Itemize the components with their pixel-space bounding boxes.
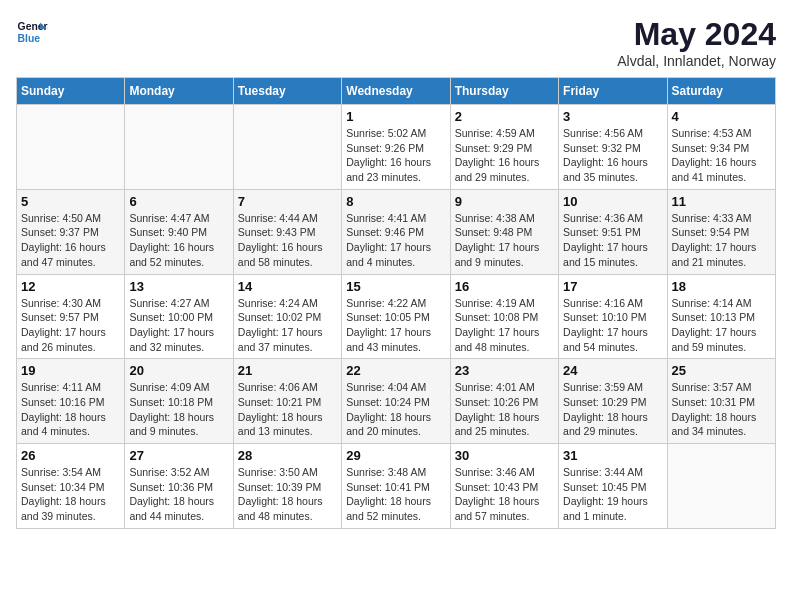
day-info: Sunrise: 3:52 AMSunset: 10:36 PMDaylight… — [129, 465, 228, 524]
day-number: 5 — [21, 194, 120, 209]
day-number: 30 — [455, 448, 554, 463]
day-number: 7 — [238, 194, 337, 209]
day-number: 24 — [563, 363, 662, 378]
page-header: General Blue General Blue May 2024 Alvda… — [16, 16, 776, 69]
day-info: Sunrise: 4:01 AMSunset: 10:26 PMDaylight… — [455, 380, 554, 439]
day-info: Sunrise: 4:53 AMSunset: 9:34 PMDaylight:… — [672, 126, 771, 185]
day-cell: 22Sunrise: 4:04 AMSunset: 10:24 PMDaylig… — [342, 359, 450, 444]
day-number: 19 — [21, 363, 120, 378]
day-cell: 16Sunrise: 4:19 AMSunset: 10:08 PMDaylig… — [450, 274, 558, 359]
calendar-header: SundayMondayTuesdayWednesdayThursdayFrid… — [17, 78, 776, 105]
weekday-sunday: Sunday — [17, 78, 125, 105]
day-info: Sunrise: 4:56 AMSunset: 9:32 PMDaylight:… — [563, 126, 662, 185]
day-cell: 31Sunrise: 3:44 AMSunset: 10:45 PMDaylig… — [559, 444, 667, 529]
weekday-wednesday: Wednesday — [342, 78, 450, 105]
day-info: Sunrise: 4:24 AMSunset: 10:02 PMDaylight… — [238, 296, 337, 355]
day-number: 14 — [238, 279, 337, 294]
day-cell: 10Sunrise: 4:36 AMSunset: 9:51 PMDayligh… — [559, 189, 667, 274]
day-number: 12 — [21, 279, 120, 294]
day-cell — [233, 105, 341, 190]
week-row-5: 26Sunrise: 3:54 AMSunset: 10:34 PMDaylig… — [17, 444, 776, 529]
day-cell: 11Sunrise: 4:33 AMSunset: 9:54 PMDayligh… — [667, 189, 775, 274]
day-number: 31 — [563, 448, 662, 463]
day-number: 18 — [672, 279, 771, 294]
day-info: Sunrise: 4:33 AMSunset: 9:54 PMDaylight:… — [672, 211, 771, 270]
day-info: Sunrise: 3:59 AMSunset: 10:29 PMDaylight… — [563, 380, 662, 439]
month-title: May 2024 — [617, 16, 776, 53]
day-info: Sunrise: 4:50 AMSunset: 9:37 PMDaylight:… — [21, 211, 120, 270]
day-cell: 2Sunrise: 4:59 AMSunset: 9:29 PMDaylight… — [450, 105, 558, 190]
day-number: 4 — [672, 109, 771, 124]
day-cell: 17Sunrise: 4:16 AMSunset: 10:10 PMDaylig… — [559, 274, 667, 359]
day-cell: 27Sunrise: 3:52 AMSunset: 10:36 PMDaylig… — [125, 444, 233, 529]
day-info: Sunrise: 4:38 AMSunset: 9:48 PMDaylight:… — [455, 211, 554, 270]
week-row-2: 5Sunrise: 4:50 AMSunset: 9:37 PMDaylight… — [17, 189, 776, 274]
day-cell — [125, 105, 233, 190]
calendar-table: SundayMondayTuesdayWednesdayThursdayFrid… — [16, 77, 776, 529]
day-cell — [17, 105, 125, 190]
day-cell: 9Sunrise: 4:38 AMSunset: 9:48 PMDaylight… — [450, 189, 558, 274]
day-cell — [667, 444, 775, 529]
day-cell: 26Sunrise: 3:54 AMSunset: 10:34 PMDaylig… — [17, 444, 125, 529]
day-number: 10 — [563, 194, 662, 209]
day-info: Sunrise: 3:57 AMSunset: 10:31 PMDaylight… — [672, 380, 771, 439]
day-number: 8 — [346, 194, 445, 209]
day-cell: 29Sunrise: 3:48 AMSunset: 10:41 PMDaylig… — [342, 444, 450, 529]
weekday-friday: Friday — [559, 78, 667, 105]
day-info: Sunrise: 4:11 AMSunset: 10:16 PMDaylight… — [21, 380, 120, 439]
svg-text:Blue: Blue — [18, 33, 41, 44]
day-number: 15 — [346, 279, 445, 294]
logo: General Blue General Blue — [16, 16, 48, 48]
day-cell: 6Sunrise: 4:47 AMSunset: 9:40 PMDaylight… — [125, 189, 233, 274]
day-cell: 4Sunrise: 4:53 AMSunset: 9:34 PMDaylight… — [667, 105, 775, 190]
calendar-body: 1Sunrise: 5:02 AMSunset: 9:26 PMDaylight… — [17, 105, 776, 529]
day-info: Sunrise: 4:27 AMSunset: 10:00 PMDaylight… — [129, 296, 228, 355]
day-info: Sunrise: 4:09 AMSunset: 10:18 PMDaylight… — [129, 380, 228, 439]
day-info: Sunrise: 4:30 AMSunset: 9:57 PMDaylight:… — [21, 296, 120, 355]
day-number: 27 — [129, 448, 228, 463]
day-number: 16 — [455, 279, 554, 294]
day-cell: 7Sunrise: 4:44 AMSunset: 9:43 PMDaylight… — [233, 189, 341, 274]
day-info: Sunrise: 4:16 AMSunset: 10:10 PMDaylight… — [563, 296, 662, 355]
title-block: May 2024 Alvdal, Innlandet, Norway — [617, 16, 776, 69]
day-info: Sunrise: 4:44 AMSunset: 9:43 PMDaylight:… — [238, 211, 337, 270]
day-number: 3 — [563, 109, 662, 124]
day-number: 21 — [238, 363, 337, 378]
day-cell: 21Sunrise: 4:06 AMSunset: 10:21 PMDaylig… — [233, 359, 341, 444]
day-number: 20 — [129, 363, 228, 378]
weekday-tuesday: Tuesday — [233, 78, 341, 105]
day-info: Sunrise: 4:59 AMSunset: 9:29 PMDaylight:… — [455, 126, 554, 185]
day-number: 22 — [346, 363, 445, 378]
day-info: Sunrise: 3:44 AMSunset: 10:45 PMDaylight… — [563, 465, 662, 524]
day-number: 25 — [672, 363, 771, 378]
day-cell: 12Sunrise: 4:30 AMSunset: 9:57 PMDayligh… — [17, 274, 125, 359]
day-number: 23 — [455, 363, 554, 378]
day-number: 1 — [346, 109, 445, 124]
day-info: Sunrise: 5:02 AMSunset: 9:26 PMDaylight:… — [346, 126, 445, 185]
day-cell: 24Sunrise: 3:59 AMSunset: 10:29 PMDaylig… — [559, 359, 667, 444]
day-info: Sunrise: 4:06 AMSunset: 10:21 PMDaylight… — [238, 380, 337, 439]
day-info: Sunrise: 3:54 AMSunset: 10:34 PMDaylight… — [21, 465, 120, 524]
day-cell: 5Sunrise: 4:50 AMSunset: 9:37 PMDaylight… — [17, 189, 125, 274]
day-info: Sunrise: 4:14 AMSunset: 10:13 PMDaylight… — [672, 296, 771, 355]
day-number: 26 — [21, 448, 120, 463]
logo-icon: General Blue — [16, 16, 48, 48]
day-info: Sunrise: 4:36 AMSunset: 9:51 PMDaylight:… — [563, 211, 662, 270]
day-info: Sunrise: 4:47 AMSunset: 9:40 PMDaylight:… — [129, 211, 228, 270]
day-cell: 14Sunrise: 4:24 AMSunset: 10:02 PMDaylig… — [233, 274, 341, 359]
day-info: Sunrise: 3:48 AMSunset: 10:41 PMDaylight… — [346, 465, 445, 524]
weekday-header-row: SundayMondayTuesdayWednesdayThursdayFrid… — [17, 78, 776, 105]
day-info: Sunrise: 4:22 AMSunset: 10:05 PMDaylight… — [346, 296, 445, 355]
day-cell: 18Sunrise: 4:14 AMSunset: 10:13 PMDaylig… — [667, 274, 775, 359]
week-row-1: 1Sunrise: 5:02 AMSunset: 9:26 PMDaylight… — [17, 105, 776, 190]
day-number: 9 — [455, 194, 554, 209]
day-cell: 19Sunrise: 4:11 AMSunset: 10:16 PMDaylig… — [17, 359, 125, 444]
day-info: Sunrise: 4:19 AMSunset: 10:08 PMDaylight… — [455, 296, 554, 355]
day-cell: 13Sunrise: 4:27 AMSunset: 10:00 PMDaylig… — [125, 274, 233, 359]
day-cell: 3Sunrise: 4:56 AMSunset: 9:32 PMDaylight… — [559, 105, 667, 190]
week-row-4: 19Sunrise: 4:11 AMSunset: 10:16 PMDaylig… — [17, 359, 776, 444]
day-cell: 28Sunrise: 3:50 AMSunset: 10:39 PMDaylig… — [233, 444, 341, 529]
weekday-monday: Monday — [125, 78, 233, 105]
day-number: 17 — [563, 279, 662, 294]
day-cell: 30Sunrise: 3:46 AMSunset: 10:43 PMDaylig… — [450, 444, 558, 529]
